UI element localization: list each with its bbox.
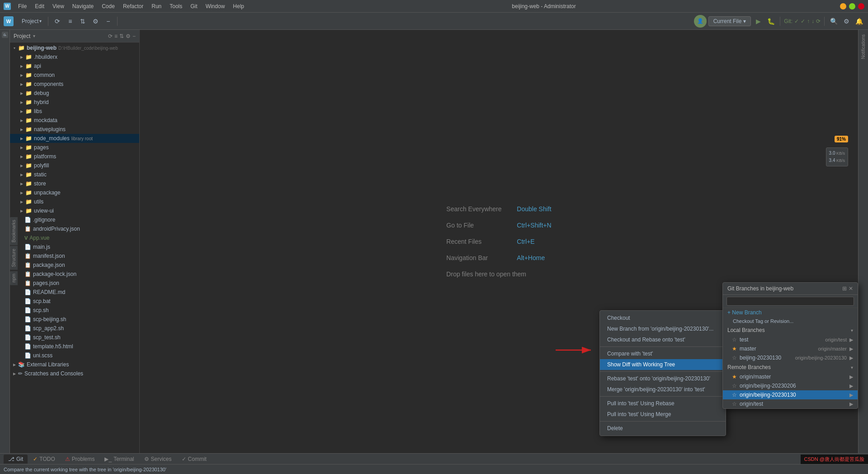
tree-pages-json[interactable]: 📋 pages.json — [10, 279, 139, 288]
tree-pages[interactable]: ▶ 📁 pages — [10, 143, 139, 152]
tree-uniscss[interactable]: 📄 uni.scss — [10, 351, 139, 360]
tree-package[interactable]: 📋 package.json — [10, 261, 139, 270]
ctx-rebase-onto[interactable]: Rebase 'test' onto 'origin/beijing-20230… — [600, 373, 726, 384]
tree-scpbat[interactable]: 📄 scp.bat — [10, 297, 139, 306]
tree-readme[interactable]: 📄 README.md — [10, 288, 139, 297]
maximize-button[interactable] — [849, 3, 855, 9]
refresh-button[interactable]: ⟳ — [52, 16, 63, 27]
panel-refresh-icon[interactable]: ⟳ — [108, 33, 113, 39]
menu-refactor[interactable]: Refactor — [119, 2, 147, 10]
tree-polyfill[interactable]: ▶ 📁 polyfill — [10, 161, 139, 170]
current-file-button[interactable]: Current File ▾ — [708, 16, 751, 26]
tab-commit[interactable]: ✓ Commit — [177, 455, 211, 464]
branch-test[interactable]: ☆ test origin/test ▶ — [723, 335, 858, 344]
minimize-button[interactable] — [840, 3, 846, 9]
menu-code[interactable]: Code — [98, 2, 118, 10]
notifications-tab[interactable]: Notifications — [859, 32, 867, 62]
collapse-all-button[interactable]: ≡ — [65, 16, 75, 27]
tree-template[interactable]: 📄 template.h5.html — [10, 342, 139, 351]
tree-scratches[interactable]: ▶ ✏ Scratches and Consoles — [10, 369, 139, 378]
tree-scpsh[interactable]: 📄 scp.sh — [10, 306, 139, 315]
tree-static[interactable]: ▶ 📁 static — [10, 170, 139, 179]
close-button[interactable] — [858, 3, 864, 9]
ctx-pull-rebase[interactable]: Pull into 'test' Using Rebase — [600, 398, 726, 409]
ctx-pull-merge[interactable]: Pull into 'test' Using Merge — [600, 409, 726, 420]
git-panel-close-icon[interactable]: ✕ — [849, 285, 853, 292]
tree-androidprivacy[interactable]: 📋 androidPrivacy.json — [10, 224, 139, 233]
remote-branches-header[interactable]: Remote Branches ▾ — [723, 362, 858, 372]
tree-api[interactable]: ▶ 📁 api — [10, 62, 139, 71]
branch-origin-beijing-20230206[interactable]: ☆ origin/beijing-20230206 ▶ — [723, 381, 858, 390]
navbar-shortcut[interactable]: Alt+Home — [517, 254, 545, 261]
settings-button[interactable]: ⚙ — [90, 16, 101, 27]
menu-navigate[interactable]: Navigate — [69, 2, 97, 10]
panel-collapse-icon[interactable]: ≡ — [114, 33, 118, 39]
tab-services[interactable]: ⚙ Services — [140, 455, 176, 464]
debug-button[interactable]: 🐛 — [765, 16, 776, 27]
tree-mainjs[interactable]: 📄 main.js — [10, 242, 139, 251]
tree-app-vue[interactable]: V App.vue — [10, 233, 139, 242]
tree-store[interactable]: ▶ 📁 store — [10, 179, 139, 188]
recent-files-shortcut[interactable]: Ctrl+E — [517, 238, 534, 245]
branch-origin-test[interactable]: ☆ origin/test ▶ — [723, 399, 858, 408]
tree-common[interactable]: ▶ 📁 common — [10, 71, 139, 80]
tree-scpapp2[interactable]: 📄 scp_app2.sh — [10, 324, 139, 333]
branch-origin-beijing-20230130[interactable]: ☆ origin/beijing-20230130 ▶ — [723, 390, 858, 399]
tree-components[interactable]: ▶ 📁 components — [10, 80, 139, 89]
tree-hybrid[interactable]: ▶ 📁 hybrid — [10, 98, 139, 107]
menu-run[interactable]: Run — [148, 2, 165, 10]
tab-git[interactable]: ⎇ Git — [4, 455, 28, 464]
tree-scptest[interactable]: 📄 scp_test.sh — [10, 333, 139, 342]
tree-manifest[interactable]: 📋 manifest.json — [10, 251, 139, 261]
ctx-delete[interactable]: Delete — [600, 423, 726, 434]
branch-master[interactable]: ★ master origin/master ▶ — [723, 344, 858, 353]
goto-file-shortcut[interactable]: Ctrl+Shift+N — [517, 222, 551, 229]
tree-libs[interactable]: ▶ 📁 libs — [10, 107, 139, 116]
tree-mockdata[interactable]: ▶ 📁 mockdata — [10, 116, 139, 125]
tree-nativeplugins[interactable]: ▶ 📁 nativeplugins — [10, 125, 139, 134]
sidebar-npm[interactable]: npm — [10, 271, 18, 285]
run-button[interactable]: ▶ — [753, 16, 764, 27]
tree-root[interactable]: ▾ 📁 beijing-web D:\HBuilder_code\beijing… — [10, 43, 139, 52]
tree-node-modules[interactable]: ▶ 📁 node_modules library root — [10, 134, 139, 143]
ctx-merge-into[interactable]: Merge 'origin/beijing-20230130' into 'te… — [600, 384, 726, 395]
panel-close-icon[interactable]: − — [132, 33, 136, 39]
notifications-button[interactable]: 🔔 — [854, 16, 864, 27]
menu-file[interactable]: File — [14, 2, 30, 10]
search-everywhere-button[interactable]: 🔍 — [828, 16, 839, 27]
tab-terminal[interactable]: ▶_ Terminal — [100, 455, 138, 464]
tree-package-lock[interactable]: 📋 package-lock.json — [10, 270, 139, 279]
settings-gear-button[interactable]: ⚙ — [841, 16, 852, 27]
sidebar-bookmarks[interactable]: Bookmarks — [10, 217, 18, 245]
panel-sort-icon[interactable]: ⇅ — [119, 33, 124, 39]
profile-button[interactable]: 👤 — [694, 15, 707, 28]
menu-help[interactable]: Help — [229, 2, 248, 10]
sort-button[interactable]: ⇅ — [77, 16, 88, 27]
ctx-new-branch-from[interactable]: New Branch from 'origin/beijing-20230130… — [600, 323, 726, 334]
tree-scpbeijing[interactable]: 📄 scp-beijing.sh — [10, 315, 139, 324]
menu-edit[interactable]: Edit — [31, 2, 48, 10]
tree-gitignore[interactable]: 📄 .gitignore — [10, 215, 139, 224]
branch-beijing-20230130-local[interactable]: ☆ beijing-20230130 origin/beijing-202301… — [723, 353, 858, 362]
ctx-checkout-rebase[interactable]: Checkout and Rebase onto 'test' — [600, 334, 726, 345]
tree-utils[interactable]: ▶ 📁 utils — [10, 197, 139, 206]
branch-origin-master[interactable]: ★ origin/master ▶ — [723, 372, 858, 381]
menu-window[interactable]: Window — [202, 2, 229, 10]
menu-git[interactable]: Git — [187, 2, 201, 10]
close-panel-button[interactable]: − — [103, 16, 113, 27]
panel-gear-icon[interactable]: ⚙ — [126, 33, 131, 39]
tree-uview-ui[interactable]: ▶ 📁 uview-ui — [10, 206, 139, 215]
checkout-tag-button[interactable]: Checkout Tag or Revision... — [723, 317, 858, 325]
sidebar-structure[interactable]: Structure — [10, 246, 18, 270]
tree-unpackage[interactable]: ▶ 📁 unpackage — [10, 188, 139, 197]
git-panel-expand-icon[interactable]: ⊞ — [842, 285, 847, 292]
ctx-compare-with[interactable]: Compare with 'test' — [600, 348, 726, 359]
tree-platforms[interactable]: ▶ 📁 platforms — [10, 152, 139, 161]
tree-external[interactable]: ▶ 📚 External Libraries — [10, 360, 139, 369]
local-branches-header[interactable]: Local Branches ▾ — [723, 325, 858, 335]
git-search-input[interactable] — [726, 297, 854, 306]
tree-debug[interactable]: ▶ 📁 debug — [10, 89, 139, 98]
ctx-show-diff[interactable]: Show Diff with Working Tree — [600, 359, 726, 370]
project-dropdown[interactable]: Project ▾ — [19, 16, 44, 27]
menu-view[interactable]: View — [49, 2, 68, 10]
